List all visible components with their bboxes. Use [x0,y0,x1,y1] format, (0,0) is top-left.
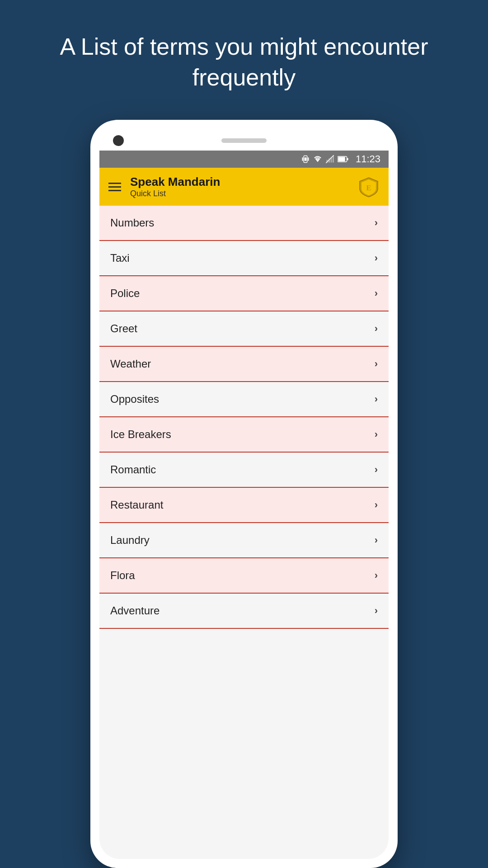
page-title: A List of terms you might encounter freq… [0,0,488,120]
app-logo: E [358,176,380,198]
status-bar: 11:23 [99,151,389,168]
chevron-right-icon: › [375,464,378,476]
list-item[interactable]: Numbers› [99,206,389,241]
list-item-label: Adventure [110,604,160,617]
status-icons [301,155,348,163]
chevron-right-icon: › [375,323,378,335]
app-name: Speak Mandarin [130,175,349,189]
svg-rect-1 [305,157,307,161]
list-item-label: Taxi [110,252,130,264]
chevron-right-icon: › [375,534,378,546]
svg-rect-3 [308,157,309,161]
battery-icon [338,156,348,162]
status-time: 11:23 [356,153,380,165]
list-item-label: Romantic [110,463,156,476]
chevron-right-icon: › [375,252,378,264]
menu-button[interactable] [108,183,121,191]
list-item-label: Laundry [110,534,150,547]
chevron-right-icon: › [375,570,378,581]
chevron-right-icon: › [375,217,378,229]
vibrate-icon [301,155,310,163]
app-subtitle: Quick List [130,189,349,198]
phone-notch [99,129,389,151]
list-item[interactable]: Greet› [99,311,389,347]
camera-dot [113,135,124,146]
svg-marker-4 [315,159,320,162]
speaker-bar [221,138,267,143]
list-item-label: Restaurant [110,499,163,511]
signal-icon [326,155,334,163]
chevron-right-icon: › [375,288,378,299]
list-item[interactable]: Laundry› [99,523,389,558]
list-item-label: Flora [110,569,135,582]
wifi-icon [313,156,322,163]
svg-text:E: E [366,183,371,192]
list-item[interactable]: Opposites› [99,382,389,417]
list-item-label: Police [110,287,140,300]
list-item-label: Opposites [110,393,159,406]
list-item[interactable]: Restaurant› [99,488,389,523]
phone-mockup: 11:23 Speak Mandarin Quick List E Number… [90,120,398,868]
chevron-right-icon: › [375,499,378,511]
list-item-label: Weather [110,358,151,370]
list-item[interactable]: Weather› [99,347,389,382]
chevron-right-icon: › [375,358,378,370]
chevron-right-icon: › [375,393,378,405]
app-bar-titles: Speak Mandarin Quick List [130,175,349,198]
svg-rect-8 [333,156,334,163]
svg-rect-11 [338,157,345,161]
chevron-right-icon: › [375,605,378,617]
svg-rect-12 [347,158,348,160]
svg-rect-2 [302,157,303,161]
list-item-label: Ice Breakers [110,428,171,441]
list-item[interactable]: Romantic› [99,453,389,488]
list-item-label: Numbers [110,217,154,229]
chevron-right-icon: › [375,429,378,440]
list-item[interactable]: Taxi› [99,241,389,276]
list-item[interactable]: Ice Breakers› [99,417,389,453]
quick-list: Numbers›Taxi›Police›Greet›Weather›Opposi… [99,206,389,859]
list-item[interactable]: Adventure› [99,594,389,629]
list-item-label: Greet [110,322,137,335]
list-item[interactable]: Police› [99,276,389,311]
app-bar: Speak Mandarin Quick List E [99,168,389,206]
list-item[interactable]: Flora› [99,558,389,594]
